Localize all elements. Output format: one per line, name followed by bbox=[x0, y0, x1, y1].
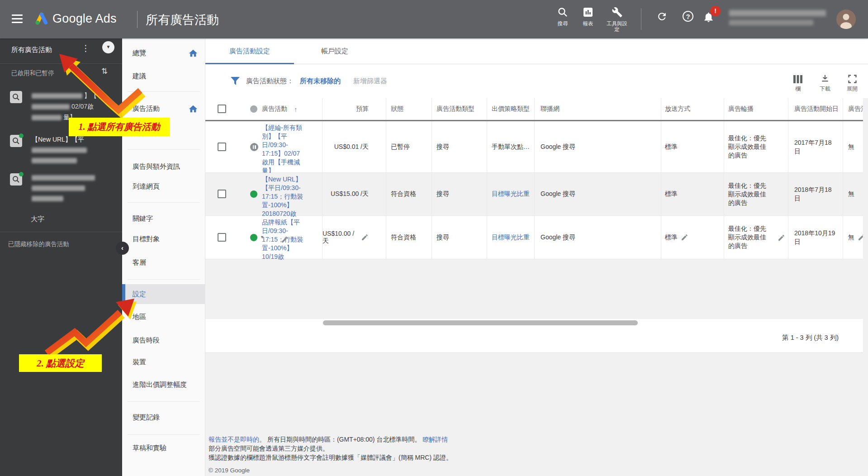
help-button[interactable]: ? bbox=[683, 11, 693, 22]
header-delivery-method[interactable]: 放送方式 bbox=[661, 98, 724, 120]
edit-pencil-icon[interactable] bbox=[858, 233, 863, 241]
edit-pencil-icon[interactable] bbox=[778, 234, 785, 242]
main-content: 廣告活動設定 帳戶設定 廣告活動狀態： 所有未移除的 新增篩選器 欄 下載 展開 bbox=[205, 38, 868, 476]
table-footer-strip: 第 1 - 3 列 (共 3 列) bbox=[205, 319, 863, 353]
expand-button[interactable]: 展開 bbox=[842, 73, 862, 93]
redacted-text bbox=[32, 158, 77, 163]
tab-campaign-settings[interactable]: 廣告活動設定 bbox=[205, 38, 294, 64]
google-ads-logo-icon[interactable] bbox=[34, 11, 49, 28]
cell-network: Google 搜尋 bbox=[535, 121, 661, 172]
horizontal-scrollbar[interactable] bbox=[323, 320, 638, 325]
nav-divider bbox=[128, 279, 200, 280]
pagination-label: 第 1 - 3 列 (共 3 列) bbox=[782, 333, 839, 342]
sort-icon[interactable]: ⇅ bbox=[101, 67, 108, 76]
nav-divider bbox=[128, 202, 200, 203]
campaign-name-link[interactable]: 【New URL】 【平日/09:30- 17:15；行動裝 置-100%】 2… bbox=[262, 175, 317, 218]
nav-item-audiences[interactable]: 目標對象 bbox=[122, 231, 205, 247]
header-end-date[interactable]: 廣告活動結束日 bbox=[843, 98, 863, 120]
nav-item-landing-pages[interactable]: 到達網頁 bbox=[122, 179, 205, 194]
cell-start-date: 2018年10月19 日 bbox=[788, 216, 843, 259]
collapse-nav-button[interactable]: ‹ bbox=[116, 242, 129, 255]
kebab-menu-icon[interactable]: ⋮ bbox=[81, 43, 89, 53]
header-campaign-type[interactable]: 廣告活動類型 bbox=[432, 98, 487, 120]
nav-item-recommendations[interactable]: 建議 bbox=[122, 68, 205, 84]
header-campaign[interactable]: 廣告活動 ↑ bbox=[205, 98, 323, 120]
collapse-panel-button[interactable]: ▼ bbox=[102, 41, 114, 53]
header-status[interactable]: 狀態 bbox=[386, 98, 432, 120]
header-bid-strategy-type[interactable]: 出價策略類型 bbox=[487, 98, 535, 120]
select-all-checkbox[interactable] bbox=[218, 105, 226, 113]
learn-more-link[interactable]: 瞭解詳情 bbox=[422, 436, 448, 443]
hamburger-menu-icon[interactable] bbox=[12, 14, 23, 24]
nav-item-drafts-experiments[interactable]: 草稿和實驗 bbox=[122, 440, 205, 456]
campaign-status-label: 廣告活動狀態： bbox=[246, 77, 294, 86]
reports-button[interactable]: 報表 bbox=[579, 7, 597, 27]
nav-item-advanced-bid-adj[interactable]: 進階出價調整幅度 bbox=[122, 377, 205, 392]
avatar[interactable] bbox=[836, 10, 856, 29]
campaign-search-badge[interactable] bbox=[10, 173, 22, 186]
bid-strategy-link[interactable]: 目標曝光比重 bbox=[492, 190, 530, 198]
nav-item-keywords[interactable]: 關鍵字 bbox=[122, 211, 205, 226]
magnifier-icon bbox=[12, 93, 20, 101]
tools-settings-button[interactable]: 工具與設 定 bbox=[605, 7, 629, 33]
add-filter-button[interactable]: 新增篩選器 bbox=[353, 77, 387, 86]
campaign-status-value[interactable]: 所有未移除的 bbox=[300, 77, 341, 86]
help-icon: ? bbox=[683, 11, 693, 22]
header-ad-rotation[interactable]: 廣告輪播 bbox=[724, 98, 788, 120]
redacted-text bbox=[32, 115, 62, 120]
nav-item-demographics[interactable]: 客層 bbox=[122, 255, 205, 270]
header-network[interactable]: 聯播網 bbox=[535, 98, 661, 120]
nav-item-devices[interactable]: 裝置 bbox=[122, 354, 205, 370]
tab-account-settings[interactable]: 帳戶設定 bbox=[294, 38, 375, 64]
status-dot-header-icon[interactable] bbox=[250, 105, 257, 113]
section-nav: 總覽 建議 廣告活動 廣告與額外資訊 到達網頁 關鍵字 目標對象 客層 設定 地… bbox=[122, 38, 205, 476]
wrench-icon bbox=[612, 7, 623, 18]
cell-delivery: 標準 bbox=[661, 121, 724, 172]
cell-bid-strategy: 目標曝光比重 bbox=[487, 216, 535, 259]
row-checkbox[interactable] bbox=[218, 190, 226, 198]
sidebar-title[interactable]: 所有廣告活動 bbox=[11, 46, 52, 54]
hidden-removed-campaigns-label[interactable]: 已隱藏移除的廣告活動 bbox=[8, 240, 69, 248]
row-checkbox[interactable] bbox=[218, 143, 226, 151]
edit-pencil-icon[interactable] bbox=[281, 236, 289, 243]
annotation-step-2: 2. 點選設定 bbox=[19, 354, 102, 372]
row-checkbox[interactable] bbox=[218, 233, 226, 242]
nav-item-ad-schedule[interactable]: 廣告時段 bbox=[122, 333, 205, 348]
campaign-name-link[interactable]: 品牌報紙【平 日/09:30- 17:15；行動裝 置-100%】 10/19啟 bbox=[262, 218, 317, 261]
paused-status-icon[interactable] bbox=[250, 143, 258, 151]
enabled-status-icon[interactable] bbox=[250, 190, 257, 198]
nav-item-change-history[interactable]: 變更記錄 bbox=[122, 409, 205, 425]
nav-item-settings[interactable]: 設定 bbox=[122, 286, 205, 302]
campaign-sidebar: 所有廣告活動 ⋮ ▼ 已啟用和已暫停 ⇅ 】【平 02/07啟 量】 【New … bbox=[0, 38, 122, 476]
campaign-search-badge[interactable] bbox=[10, 91, 22, 103]
nav-item-ads-extensions[interactable]: 廣告與額外資訊 bbox=[122, 159, 205, 174]
settings-tabbar: 廣告活動設定 帳戶設定 bbox=[205, 38, 868, 64]
columns-button[interactable]: 欄 bbox=[789, 73, 807, 93]
header-budget[interactable]: 預算 bbox=[323, 98, 386, 120]
status-filter-label[interactable]: 已啟用和已暫停 bbox=[11, 69, 54, 77]
download-button[interactable]: 下載 bbox=[815, 73, 835, 93]
filter-funnel-icon[interactable] bbox=[231, 77, 240, 86]
report-chart-icon bbox=[583, 7, 593, 18]
redacted-text bbox=[32, 104, 70, 109]
sort-ascending-icon[interactable]: ↑ bbox=[294, 105, 298, 113]
footer-line-3: 獲認證數據的欄標題滑鼠游標懸停文字會註明數據獲「媒體評議會」(簡稱 MRC) 認… bbox=[209, 453, 452, 462]
magnifier-icon bbox=[12, 175, 20, 184]
campaign-search-badge[interactable] bbox=[10, 135, 22, 147]
not-realtime-link[interactable]: 報告並不是即時的。 bbox=[209, 436, 266, 443]
nav-item-locations[interactable]: 地區 bbox=[122, 309, 205, 324]
campaign-name-link[interactable]: 【經綸-所有類 別】【平 日/09:30- 17:15】02/07 啟用【手機減… bbox=[262, 124, 317, 175]
search-button[interactable]: 搜尋 bbox=[553, 7, 573, 27]
refresh-button[interactable] bbox=[656, 11, 668, 24]
table-row: 【經綸-所有類 別】【平 日/09:30- 17:15】02/07 啟用【手機減… bbox=[205, 121, 863, 173]
enabled-status-icon[interactable] bbox=[250, 234, 257, 241]
download-icon bbox=[815, 73, 835, 83]
header-start-date[interactable]: 廣告活動開始日 bbox=[788, 98, 843, 120]
bid-strategy-link[interactable]: 目標曝光比重 bbox=[492, 233, 530, 242]
cell-end-date: 無 bbox=[843, 173, 863, 215]
nav-divider bbox=[128, 401, 200, 402]
cell-end-date: 無 bbox=[843, 216, 863, 259]
cell-bid-strategy: 目標曝光比重 bbox=[487, 173, 535, 215]
edit-pencil-icon[interactable] bbox=[681, 233, 688, 241]
edit-pencil-icon[interactable] bbox=[361, 233, 369, 241]
